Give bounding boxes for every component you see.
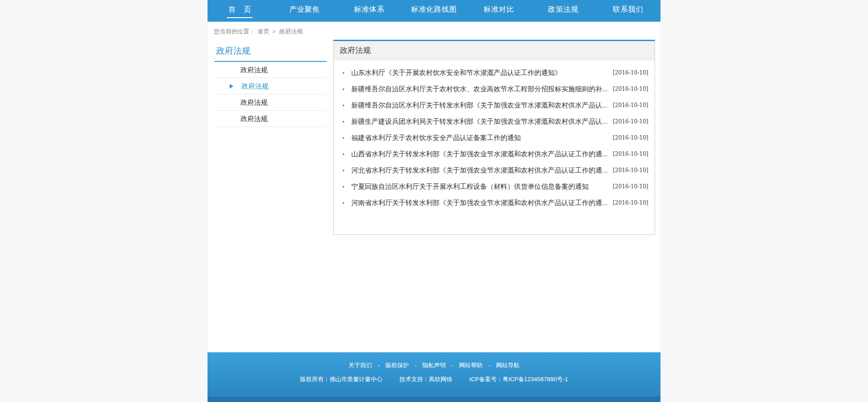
nav-item-label: 联系我们 xyxy=(611,4,645,18)
article-row: 河北省水利厅关于转发水利部《关于加强农业节水灌溉和农村供水产品认证工作的通...… xyxy=(343,162,648,178)
article-row: 福建省水利厅关于农村饮水安全产品认证备案工作的通知 [2016-10-10] xyxy=(343,130,648,146)
article-date: [2016-10-10] xyxy=(613,200,648,206)
article-date: [2016-10-10] xyxy=(613,135,648,141)
article-date: [2016-10-10] xyxy=(613,102,648,108)
bullet-icon xyxy=(343,154,344,155)
footer-link-copyright-protection[interactable]: 版权保护 xyxy=(385,362,409,369)
tech-support: 技术支持：凤软网络 xyxy=(399,376,452,383)
bottom-strip xyxy=(208,397,660,402)
breadcrumb: 您当前的位置：首页>政府法规 xyxy=(208,22,660,40)
breadcrumb-separator: > xyxy=(272,28,276,35)
footer-link-privacy-statement[interactable]: 隐私声明 xyxy=(422,362,446,369)
article-link[interactable]: 山西省水利厅关于转发水利部《关于加强农业节水灌溉和农村供水产品认证工作的通... xyxy=(351,150,607,159)
icp-record-number: ICP备案号：粤ICP备1234567890号-1 xyxy=(469,376,568,383)
footer-link-separator: - xyxy=(377,362,379,369)
article-link[interactable]: 新疆维吾尔自治区水利厅关于农村饮水、农业高效节水工程部分招投标实施细则的补... xyxy=(351,85,607,93)
footer-copyright: 版权所有：佛山市质量计量中心 技术支持：凤软网络 ICP备案号：粤ICP备123… xyxy=(208,375,660,383)
article-link[interactable]: 宁夏回族自治区水利厅关于开展水利工程设备（材料）供货单位信息备案的通知 xyxy=(351,182,607,191)
article-link[interactable]: 新疆维吾尔自治区水利厅关于转发水利部《关于加强农业节水灌溉和农村供水产品认... xyxy=(351,101,607,110)
footer-link-separator: - xyxy=(488,362,490,369)
article-list: 山东水利厅《关于开展农村饮水安全和节水灌溉产品认证工作的通知》 [2016-10… xyxy=(334,60,655,234)
content-column: 您当前的位置：首页>政府法规 政府法规 政府法规 政府法规 政府法规 政府法规 … xyxy=(208,22,660,352)
article-link[interactable]: 山东水利厅《关于开展农村饮水安全和节水灌溉产品认证工作的通知》 xyxy=(351,69,607,77)
bullet-icon xyxy=(343,170,344,171)
article-link[interactable]: 福建省水利厅关于农村饮水安全产品认证备案工作的通知 xyxy=(351,134,607,142)
article-row: 新疆维吾尔自治区水利厅关于转发水利部《关于加强农业节水灌溉和农村供水产品认...… xyxy=(343,97,648,113)
nav-item-industry-focus[interactable]: 产业聚焦 xyxy=(272,0,337,22)
sidebar-item-regulations-2-active[interactable]: 政府法规 xyxy=(214,78,326,94)
footer: 关于我们 - 版权保护 - 隐私声明 - 网站帮助 - 网站导航 版权所有：佛山… xyxy=(208,352,660,397)
panel-title: 政府法规 xyxy=(334,41,655,60)
bullet-icon xyxy=(343,137,344,139)
article-row: 山西省水利厅关于转发水利部《关于加强农业节水灌溉和农村供水产品认证工作的通...… xyxy=(343,146,648,162)
top-navigation: 首 页 产业聚焦 标准体系 标准化路线图 标准对比 政策法规 联系我们 xyxy=(208,0,660,22)
article-row: 河南省水利厅关于转发水利部《关于加强农业节水灌溉和农村供水产品认证工作的通...… xyxy=(343,195,648,211)
sidebar-item-label: 政府法规 xyxy=(241,98,268,106)
article-date: [2016-10-10] xyxy=(613,86,648,92)
nav-item-home[interactable]: 首 页 xyxy=(208,0,272,22)
sidebar-item-regulations-3[interactable]: 政府法规 xyxy=(214,94,326,111)
article-row: 新疆生产建设兵团水利局关于转发水利部《关于加强农业节水灌溉和农村供水产品认...… xyxy=(343,113,648,130)
sidebar-item-regulations-4[interactable]: 政府法规 xyxy=(214,111,326,127)
bullet-icon xyxy=(343,202,344,204)
sidebar-item-label: 政府法规 xyxy=(241,82,269,90)
nav-item-label: 首 页 xyxy=(227,4,253,18)
article-row: 新疆维吾尔自治区水利厅关于农村饮水、农业高效节水工程部分招投标实施细则的补...… xyxy=(343,81,648,97)
breadcrumb-current: 政府法规 xyxy=(279,28,303,35)
nav-item-label: 标准化路线图 xyxy=(410,4,458,18)
footer-link-site-help[interactable]: 网站帮助 xyxy=(459,362,483,369)
footer-link-separator: - xyxy=(452,362,453,369)
nav-item-standard-system[interactable]: 标准体系 xyxy=(337,0,401,22)
nav-item-contact-us[interactable]: 联系我们 xyxy=(596,0,660,22)
bullet-icon xyxy=(343,72,344,74)
footer-links: 关于我们 - 版权保护 - 隐私声明 - 网站帮助 - 网站导航 xyxy=(208,352,660,369)
nav-item-label: 标准体系 xyxy=(353,4,386,18)
copyright-owner: 版权所有：佛山市质量计量中心 xyxy=(300,376,382,383)
sidebar-title: 政府法规 xyxy=(214,45,326,62)
nav-item-label: 产业聚焦 xyxy=(288,4,321,18)
article-date: [2016-10-10] xyxy=(613,183,648,190)
article-date: [2016-10-10] xyxy=(613,151,648,157)
article-row: 山东水利厅《关于开展农村饮水安全和节水灌溉产品认证工作的通知》 [2016-10… xyxy=(343,65,648,81)
active-arrow-icon xyxy=(230,84,233,89)
bullet-icon xyxy=(343,105,344,106)
footer-link-about-us[interactable]: 关于我们 xyxy=(349,362,372,369)
article-date: [2016-10-10] xyxy=(613,167,648,173)
article-date: [2016-10-10] xyxy=(613,118,648,125)
article-panel: 政府法规 山东水利厅《关于开展农村饮水安全和节水灌溉产品认证工作的通知》 [20… xyxy=(333,40,655,235)
sidebar-item-label: 政府法规 xyxy=(241,115,268,122)
article-link[interactable]: 新疆生产建设兵团水利局关于转发水利部《关于加强农业节水灌溉和农村供水产品认... xyxy=(351,117,607,126)
nav-item-label: 标准对比 xyxy=(482,4,515,18)
sidebar-item-label: 政府法规 xyxy=(241,66,268,74)
nav-item-label: 政策法规 xyxy=(547,4,580,18)
sidebar-item-regulations-1[interactable]: 政府法规 xyxy=(214,62,326,78)
article-row: 宁夏回族自治区水利厅关于开展水利工程设备（材料）供货单位信息备案的通知 [201… xyxy=(343,178,648,195)
article-date: [2016-10-10] xyxy=(613,70,648,76)
nav-item-standard-roadmap[interactable]: 标准化路线图 xyxy=(401,0,466,22)
bullet-icon xyxy=(343,121,344,122)
bullet-icon xyxy=(343,186,344,187)
footer-link-site-navigation[interactable]: 网站导航 xyxy=(496,362,519,369)
sidebar: 政府法规 政府法规 政府法规 政府法规 政府法规 xyxy=(214,40,326,127)
article-link[interactable]: 河北省水利厅关于转发水利部《关于加强农业节水灌溉和农村供水产品认证工作的通... xyxy=(351,166,607,175)
breadcrumb-prefix: 您当前的位置： xyxy=(214,28,255,35)
bullet-icon xyxy=(343,89,344,90)
nav-item-policy-regulations[interactable]: 政策法规 xyxy=(531,0,596,22)
footer-link-separator: - xyxy=(415,362,416,369)
nav-item-standard-compare[interactable]: 标准对比 xyxy=(467,0,531,22)
article-link[interactable]: 河南省水利厅关于转发水利部《关于加强农业节水灌溉和农村供水产品认证工作的通... xyxy=(351,199,607,207)
breadcrumb-home-link[interactable]: 首页 xyxy=(258,28,269,35)
